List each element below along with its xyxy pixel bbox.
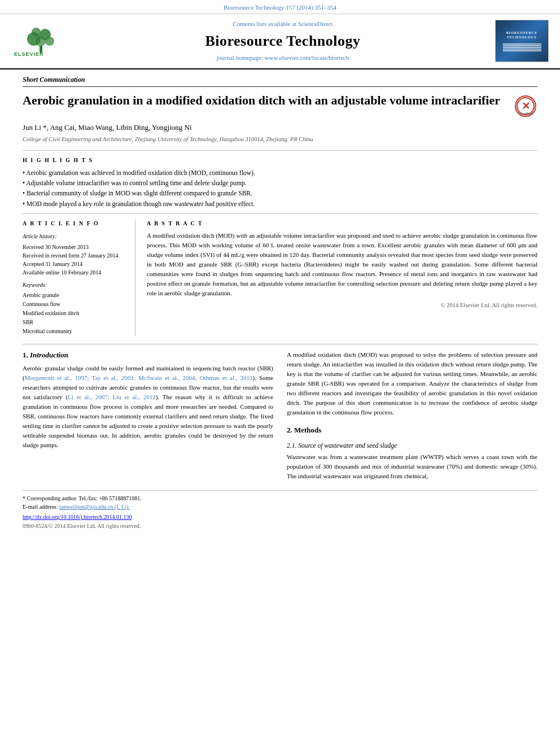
list-item: MOD mode played a key role in granulatio…: [23, 199, 537, 209]
keyword-item: Aerobic granule: [23, 291, 126, 300]
article-info-col: A R T I C L E I N F O Article history: R…: [23, 220, 135, 336]
affiliation: College of Civil Engineering and Archite…: [23, 136, 537, 144]
doi-link[interactable]: http://dx.doi.org/10.1016/j.biortech.201…: [23, 514, 132, 520]
issn-line: 0960-8524/© 2014 Elsevier Ltd. All right…: [23, 522, 537, 530]
abstract-label: A B S T R A C T: [147, 220, 537, 228]
highlights-label: H I G H L I G H T S: [23, 156, 537, 164]
abstract-col: A B S T R A C T A modified oxidation dit…: [147, 220, 537, 336]
svg-text:ELSEVIER: ELSEVIER: [14, 51, 44, 57]
history-title: Article history:: [23, 232, 126, 241]
bioresource-logo: BIORESOURCETECHNOLOGY: [495, 20, 549, 62]
ref-link[interactable]: Morgenroth et al., 1997; Tay et al., 200…: [25, 374, 253, 381]
article-type: Short Communication: [23, 75, 537, 88]
footnote-email: E-mail address: tanweilijun@zju.edu.cn (…: [23, 503, 537, 511]
citation-bar: Bioresource Technology 157 (2014) 351–35…: [0, 0, 560, 14]
intro-heading-num: 1.: [23, 351, 30, 359]
journal-logo-right: BIORESOURCETECHNOLOGY: [487, 20, 549, 62]
body-col-left: 1. Introduction Aerobic granular sludge …: [23, 350, 273, 482]
divider-3: [23, 344, 537, 344]
email-link[interactable]: tanweilijun@zju.edu.cn (J. Li).: [59, 504, 130, 510]
svg-point-3: [36, 36, 46, 46]
highlights-list: Aerobic granulation was achieved in modi…: [23, 168, 537, 208]
article-history: Article history: Received 30 November 20…: [23, 232, 126, 277]
svg-point-5: [32, 28, 41, 37]
ref-link[interactable]: Li et al., 2007; Liu et al., 2012: [68, 394, 156, 400]
keywords-title: Keywords:: [23, 281, 126, 289]
footnote-section: * Corresponding author. Tel./fax: +86 57…: [23, 490, 537, 530]
journal-header: ELSEVIER Contents lists available at Sci…: [0, 14, 560, 69]
history-item: Received in revised form 27 January 2014: [23, 251, 126, 260]
history-item: Received 30 November 2013: [23, 243, 126, 251]
sciencedirect-link[interactable]: ScienceDirect: [298, 20, 333, 27]
article-info-abstract-row: A R T I C L E I N F O Article history: R…: [23, 220, 537, 336]
body-col-right: A modified oxidation ditch (MOD) was pro…: [287, 350, 537, 482]
methods-subheading: 2.1. Source of wastewater and seed sludg…: [287, 441, 537, 450]
list-item: Adjustable volume intraclarifier was to …: [23, 178, 537, 188]
keyword-item: Modified oxidation ditch: [23, 309, 126, 318]
abstract-text: A modified oxidation ditch (MOD) with an…: [147, 231, 537, 298]
history-item: Accepted 31 January 2014: [23, 260, 126, 268]
authors: Jun Li *, Ang Cai, Miao Wang, Libin Ding…: [23, 123, 537, 133]
keyword-item: Microbial community: [23, 327, 126, 336]
doi-line: http://dx.doi.org/10.1016/j.biortech.201…: [23, 513, 537, 521]
methods-text: Wastewater was from a wastewater treatme…: [287, 452, 537, 481]
divider-2: [23, 213, 537, 214]
footnote-corresponding: * Corresponding author. Tel./fax: +86 57…: [23, 494, 537, 503]
intro-paragraph-1: Aerobic granular sludge could be easily …: [23, 364, 273, 450]
divider-1: [23, 150, 537, 151]
list-item: Aerobic granulation was achieved in modi…: [23, 168, 537, 178]
list-item: Bacterial community of sludge in MOD was…: [23, 188, 537, 198]
keyword-item: SBR: [23, 318, 126, 327]
main-content: Short Communication Aerobic granulation …: [0, 69, 560, 542]
methods-heading: 2. Methods: [287, 425, 537, 435]
abstract-copyright: © 2014 Elsevier Ltd. All rights reserved…: [147, 302, 537, 310]
journal-homepage: journal homepage: www.elsevier.com/locat…: [79, 54, 487, 62]
svg-text:CrossMark: CrossMark: [518, 112, 533, 115]
svg-text:✕: ✕: [522, 101, 530, 112]
article-title-row: Aerobic granulation in a modified oxidat…: [23, 93, 537, 118]
highlights-section: H I G H L I G H T S Aerobic granulation …: [23, 156, 537, 208]
elsevier-tree-icon: ELSEVIER: [11, 23, 73, 57]
keywords-list: Aerobic granule Continuous flow Modified…: [23, 291, 126, 336]
intro-paragraph-2: A modified oxidation ditch (MOD) was pro…: [287, 350, 537, 417]
contents-line: Contents lists available at ScienceDirec…: [79, 20, 487, 28]
svg-point-4: [45, 37, 54, 46]
body-columns: 1. Introduction Aerobic granular sludge …: [23, 350, 537, 482]
crossmark-badge: ✕ CrossMark: [515, 95, 537, 118]
intro-heading: 1. Introduction: [23, 350, 273, 360]
journal-header-center: Contents lists available at ScienceDirec…: [79, 20, 487, 62]
elsevier-logo-area: ELSEVIER: [11, 23, 79, 60]
history-item: Available online 10 February 2014: [23, 268, 126, 277]
crossmark-icon: ✕ CrossMark: [516, 97, 535, 116]
article-info-label: A R T I C L E I N F O: [23, 220, 126, 228]
keyword-item: Continuous flow: [23, 300, 126, 309]
citation-text: Bioresource Technology 157 (2014) 351–35…: [224, 4, 336, 11]
journal-title: Bioresource Technology: [79, 31, 487, 51]
article-title: Aerobic granulation in a modified oxidat…: [23, 93, 515, 109]
